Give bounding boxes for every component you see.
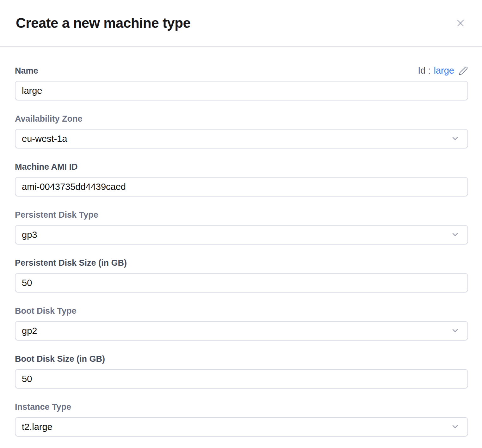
availability-zone-label: Availability Zone (15, 114, 83, 124)
persistent-disk-type-label: Persistent Disk Type (15, 210, 98, 220)
chevron-down-icon (450, 230, 460, 239)
modal-header: Create a new machine type (0, 0, 482, 47)
boot-disk-type-select[interactable]: gp2 (15, 321, 468, 341)
persistent-disk-size-label: Persistent Disk Size (in GB) (15, 258, 127, 268)
machine-ami-id-label: Machine AMI ID (15, 162, 78, 172)
field-group-boot-disk-type: Boot Disk Type gp2 (15, 306, 468, 341)
instance-type-select[interactable]: t2.large (15, 417, 468, 437)
persistent-disk-type-select[interactable]: gp3 (15, 225, 468, 245)
field-group-instance-type: Instance Type t2.large (15, 402, 468, 437)
availability-zone-value: eu-west-1a (22, 134, 67, 144)
name-input[interactable] (15, 81, 468, 100)
instance-type-label: Instance Type (15, 402, 71, 412)
close-icon (455, 18, 466, 28)
chevron-down-icon (450, 422, 460, 432)
persistent-disk-type-value: gp3 (22, 230, 37, 240)
chevron-down-icon (450, 326, 460, 336)
id-display: Id : large (418, 65, 468, 76)
persistent-disk-size-input[interactable] (15, 273, 468, 293)
id-value: large (434, 65, 454, 76)
field-group-boot-disk-size: Boot Disk Size (in GB) (15, 354, 468, 389)
field-group-persistent-disk-type: Persistent Disk Type gp3 (15, 210, 468, 245)
boot-disk-type-value: gp2 (22, 326, 37, 336)
boot-disk-size-label: Boot Disk Size (in GB) (15, 354, 105, 364)
field-group-persistent-disk-size: Persistent Disk Size (in GB) (15, 258, 468, 293)
edit-id-button[interactable] (457, 66, 468, 76)
field-group-machine-ami-id: Machine AMI ID (15, 162, 468, 197)
page-title: Create a new machine type (16, 15, 190, 31)
field-group-name: Name Id : large (15, 65, 468, 100)
availability-zone-select[interactable]: eu-west-1a (15, 129, 468, 148)
create-machine-type-modal: Create a new machine type Name Id : larg… (0, 0, 482, 448)
id-prefix: Id : (418, 65, 430, 76)
machine-ami-id-input[interactable] (15, 177, 468, 197)
instance-type-value: t2.large (22, 422, 53, 432)
field-group-availability-zone: Availability Zone eu-west-1a (15, 114, 468, 148)
edit-pencil-icon (459, 66, 468, 76)
boot-disk-type-label: Boot Disk Type (15, 306, 77, 316)
boot-disk-size-input[interactable] (15, 369, 468, 389)
chevron-down-icon (450, 134, 460, 143)
close-button[interactable] (452, 15, 469, 31)
modal-body: Name Id : large Availability Zone (0, 47, 482, 448)
name-label: Name (15, 66, 38, 76)
